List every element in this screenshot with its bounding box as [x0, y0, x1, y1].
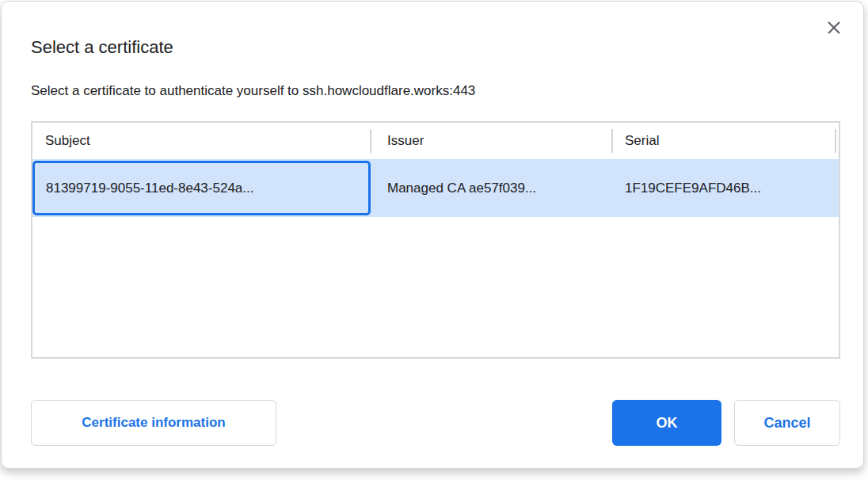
column-header-issuer: Issuer: [387, 133, 424, 149]
column-divider: [370, 129, 371, 153]
certificate-select-dialog: Select a certificate Select a certificat…: [1, 1, 864, 469]
certificate-information-button[interactable]: Certificate information: [31, 400, 276, 446]
column-divider: [611, 129, 613, 153]
certificate-row-selected[interactable]: 81399719-9055-11ed-8e43-524a... Managed …: [32, 159, 839, 217]
dialog-title: Select a certificate: [31, 37, 173, 58]
cell-issuer[interactable]: Managed CA ae57f039...: [387, 159, 536, 217]
cancel-button[interactable]: Cancel: [734, 400, 840, 446]
column-header-subject: Subject: [45, 133, 90, 149]
dialog-subtitle: Select a certificate to authenticate you…: [31, 83, 475, 99]
close-button[interactable]: [824, 17, 844, 38]
cell-subject[interactable]: 81399719-9055-11ed-8e43-524a...: [32, 161, 371, 215]
table-header-row: Subject Issuer Serial: [32, 123, 839, 159]
close-icon: [825, 19, 843, 36]
column-divider: [835, 129, 836, 153]
cell-serial[interactable]: 1F19CEFE9AFD46B...: [625, 159, 761, 217]
certificate-table: Subject Issuer Serial 81399719-9055-11ed…: [31, 121, 840, 359]
column-header-serial: Serial: [625, 133, 659, 149]
ok-button[interactable]: OK: [612, 400, 721, 446]
